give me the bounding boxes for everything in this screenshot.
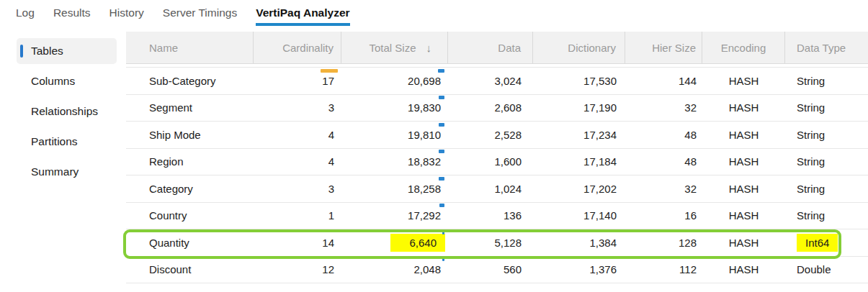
column-header-encoding[interactable]: Encoding [702,32,785,63]
table-row-segment[interactable]: Segment319,8302,60817,19032HASHString [126,95,868,122]
column-header-total-size[interactable]: Total Size↓ [341,32,448,63]
cell-cardinality: 3 [254,95,341,122]
sidebar-item-columns[interactable]: Columns [17,68,117,94]
column-header-label: Encoding [721,42,766,54]
cell-data-type: String [785,175,868,202]
tab-vertipaq-analyzer[interactable]: VertiPaq Analyzer [256,6,349,26]
sidebar-item-relationships[interactable]: Relationships [17,99,117,124]
cell-value: 18,832 [408,155,441,168]
cell-data: 3,024 [448,68,533,94]
table-row-region[interactable]: Region418,8321,60017,18448HASHString [126,149,868,176]
cell-data: 1,600 [448,149,533,175]
total-size-bar [439,150,444,153]
sidebar-item-partitions[interactable]: Partitions [17,129,117,155]
cell-encoding: HASH [702,257,785,283]
cell-value: Double [797,263,831,275]
cell-dictionary: 1,376 [533,257,625,283]
cell-data-type: String [785,149,868,175]
total-size-bar [439,177,444,181]
cell-dictionary: 17,190 [533,95,625,122]
column-header-dictionary[interactable]: Dictionary [533,32,625,63]
cell-hier-size: 128 [625,229,702,256]
cell-value: 12 [322,263,334,275]
cell-value: Sub-Category [149,75,216,87]
column-header-label: Data Type [797,42,846,54]
column-header-cardinality[interactable]: Cardinality [254,32,341,63]
cell-data-type: String [785,122,868,148]
cell-value: 17,202 [583,183,617,195]
table-row-ship-mode[interactable]: Ship Mode419,8102,52817,23448HASHString [126,122,868,149]
cell-value: 48 [684,129,697,141]
sidebar-item-label: Summary [31,165,79,178]
sidebar-item-summary[interactable]: Summary [17,159,117,185]
cell-data: 2,608 [448,95,533,122]
cell-value: Country [149,209,187,222]
cell-encoding: HASH [702,175,785,202]
cell-name: Discount [126,257,254,283]
cell-value: 1,024 [494,183,522,195]
highlighted-cell-value: 6,640 [390,234,445,252]
cell-total-size: 20,698 [341,68,448,94]
cell-dictionary: 17,530 [533,68,625,94]
cell-value: 17 [322,75,334,87]
cell-dictionary: 1,384 [533,229,625,256]
table-row-country[interactable]: Country117,29213617,14016HASHString [126,203,868,230]
table-row-discount[interactable]: Discount122,0485601,376112HASHDouble [126,257,868,284]
cell-value: HASH [729,183,759,195]
column-header-data[interactable]: Data [448,32,533,63]
sidebar-item-label: Relationships [31,105,98,117]
cell-value: 19,810 [408,129,441,141]
cell-value: String [797,101,825,114]
cell-value: 1 [328,209,334,222]
cell-total-size: 18,832 [341,149,448,175]
table-row-sub-category[interactable]: Sub-Category1720,6983,02417,530144HASHSt… [126,68,868,95]
highlighted-cell-value: Int64 [797,234,838,252]
cell-hier-size: 16 [625,203,702,229]
cell-value: 3 [328,101,334,114]
total-size-bar [438,69,444,73]
tab-history[interactable]: History [109,6,144,26]
cell-encoding: HASH [702,149,785,175]
cell-value: 17,140 [583,209,617,222]
cell-data-type: Double [785,257,868,283]
tab-log[interactable]: Log [16,6,35,26]
column-header-label: Dictionary [568,42,616,54]
cell-dictionary: 17,234 [533,122,625,148]
column-header-name[interactable]: Name [126,32,254,63]
cell-cardinality: 4 [254,122,341,148]
tab-results[interactable]: Results [53,6,91,26]
cell-value: HASH [729,101,759,114]
table-row-quantity[interactable]: Quantity146,6405,1281,384128HASHInt64 [126,229,868,257]
cell-value: HASH [729,209,759,222]
cell-value: 4 [328,155,334,168]
cell-value: 14 [322,237,334,249]
cell-value: 144 [679,75,697,87]
cell-value: 2,608 [494,101,522,114]
cell-value: 560 [504,263,522,275]
cell-value: 3,024 [494,75,522,87]
sidebar-item-label: Tables [31,45,63,57]
cell-value: 32 [684,183,697,195]
cell-value: HASH [729,155,759,168]
total-size-bar [439,204,444,207]
cell-value: 20,698 [408,75,441,87]
cell-value: HASH [729,237,759,249]
total-size-bar [442,257,444,261]
cell-value: 17,234 [583,129,617,141]
table-row-category[interactable]: Category318,2581,02417,20232HASHString [126,175,868,203]
cell-value: Discount [149,263,191,275]
cell-dictionary: 17,202 [533,175,625,202]
column-header-label: Data [498,42,521,54]
output-tab-strip: LogResultsHistoryServer TimingsVertiPaq … [0,0,868,32]
column-header-hier-size[interactable]: Hier Size [625,32,702,63]
cell-cardinality: 12 [254,257,341,283]
vertipaq-analyzer-window: LogResultsHistoryServer TimingsVertiPaq … [0,0,868,292]
sidebar-item-tables[interactable]: Tables [17,38,117,64]
cell-name: Ship Mode [126,122,254,148]
cell-hier-size: 32 [625,95,702,122]
total-size-bar [442,231,444,234]
grid-header-row: NameCardinalityTotal Size↓DataDictionary… [126,32,868,64]
cell-value: 16 [684,209,697,222]
tab-server-timings[interactable]: Server Timings [163,6,237,26]
column-header-data-type[interactable]: Data Type [785,32,868,63]
